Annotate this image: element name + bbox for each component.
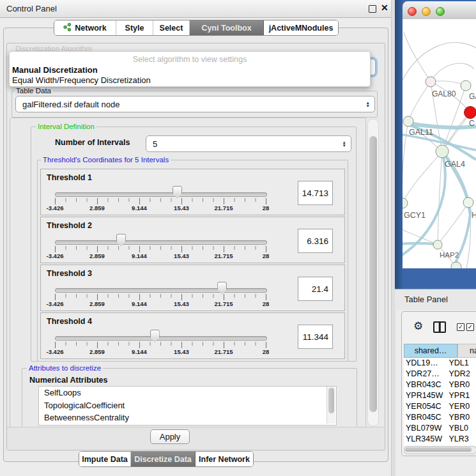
table-row[interactable]: YBR043CYBR0 bbox=[404, 380, 476, 390]
number-of-intervals-combobox[interactable]: 5 ▲▼ bbox=[146, 135, 351, 152]
network-edge-thick[interactable] bbox=[408, 123, 476, 128]
tab-impute-data[interactable]: Impute Data bbox=[79, 452, 131, 466]
threshold-3-slider-track[interactable] bbox=[55, 288, 267, 293]
cell-shared-name[interactable]: YBL079W bbox=[404, 423, 445, 434]
network-node-label: HAP2 bbox=[440, 251, 459, 259]
network-edge[interactable] bbox=[403, 151, 442, 203]
network-node-gal4[interactable] bbox=[436, 145, 449, 158]
columns-icon[interactable] bbox=[433, 321, 446, 333]
network-node-c[interactable] bbox=[464, 107, 476, 119]
table-row[interactable]: YPR145WYPR1 bbox=[404, 390, 476, 401]
cell-shared-name[interactable]: YBR045C bbox=[404, 412, 445, 423]
cell-shared-name[interactable]: YBR043C bbox=[404, 380, 445, 390]
tab-discretize-data[interactable]: Discretize Data bbox=[131, 452, 196, 466]
cell-name[interactable]: YBR0 bbox=[445, 380, 476, 390]
cell-shared-name[interactable]: YPR145W bbox=[404, 390, 445, 401]
minimize-traffic-light-icon[interactable] bbox=[422, 7, 431, 16]
cell-name[interactable]: YPR1 bbox=[445, 390, 476, 401]
threshold-3-panel: Threshold 3 21.4 -3.4262.8599.14415.4321… bbox=[40, 265, 345, 311]
network-node-h[interactable] bbox=[463, 197, 473, 208]
attribute-list-item[interactable]: SelfLoops bbox=[39, 387, 336, 399]
slider-scale-label: 15.43 bbox=[174, 204, 189, 211]
network-node-gcy1[interactable] bbox=[403, 198, 408, 208]
network-node-gal80[interactable] bbox=[426, 77, 436, 87]
network-node-hap2[interactable] bbox=[433, 240, 442, 249]
threshold-4-label: Threshold 4 bbox=[47, 317, 92, 326]
network-edge[interactable] bbox=[408, 82, 431, 121]
dropdown-option-equal-width-frequency[interactable]: Equal Width/Frequency Discretization bbox=[12, 75, 151, 85]
tick-marks bbox=[55, 342, 266, 348]
cell-shared-name[interactable]: YDL19… bbox=[404, 358, 445, 369]
table-row[interactable]: YBR045CYBR0 bbox=[404, 412, 476, 423]
slider-scale-label: 21.715 bbox=[214, 300, 233, 307]
cell-shared-name[interactable]: YER054C bbox=[404, 401, 445, 412]
settings-scrollbar-thumb[interactable] bbox=[369, 136, 377, 412]
numerical-attributes-list[interactable]: SelfLoopsTopologicalCoefficientBetweenne… bbox=[38, 386, 337, 426]
checkbox-icon[interactable]: ✓ bbox=[457, 323, 464, 331]
table-panel-title: Table Panel bbox=[404, 295, 448, 304]
gear-icon[interactable]: ⚙ bbox=[413, 319, 423, 333]
threshold-2-slider-track[interactable] bbox=[55, 240, 267, 245]
node-table[interactable]: YDL19…YDL1YDR27…YDR2YBR043CYBR0YPR145WYP… bbox=[404, 358, 476, 446]
table-data-combobox[interactable]: galFiltered.sif default node ▲▼ bbox=[15, 96, 375, 112]
network-window-titlebar[interactable] bbox=[403, 1, 476, 20]
number-of-intervals-label: Number of Intervals bbox=[55, 138, 130, 147]
zoom-traffic-light-icon[interactable] bbox=[436, 7, 445, 16]
slider-scale-label: -3.426 bbox=[47, 300, 64, 307]
table-row[interactable]: YER054CYER0 bbox=[404, 401, 476, 412]
float-window-icon[interactable] bbox=[369, 5, 376, 13]
network-canvas[interactable]: GAL80GACGAL11GAL4GCY1HHAP2 bbox=[403, 19, 476, 268]
tab-infer-network[interactable]: Infer Network bbox=[196, 452, 253, 466]
network-edge[interactable] bbox=[431, 63, 474, 82]
table-row[interactable]: YBL079WYBL0 bbox=[404, 423, 476, 434]
network-edge[interactable] bbox=[403, 43, 476, 80]
dropdown-option-manual-discretization[interactable]: Manual Discretization bbox=[12, 65, 98, 75]
threshold-2-value-field[interactable]: 6.316 bbox=[298, 229, 333, 253]
table-header-shared-name[interactable]: shared… bbox=[404, 344, 457, 358]
attribute-list-item[interactable]: BetweennessCentrality bbox=[39, 411, 336, 424]
table-row[interactable]: YDR27…YDR2 bbox=[404, 369, 476, 380]
cell-name[interactable]: YBL0 bbox=[445, 423, 476, 434]
network-edge[interactable] bbox=[404, 32, 431, 82]
tick-marks bbox=[55, 198, 266, 204]
slider-scale-label: 2.859 bbox=[89, 300, 105, 307]
table-hscrollbar[interactable] bbox=[404, 446, 476, 454]
apply-button[interactable]: Apply bbox=[150, 429, 190, 444]
tab-cyni-toolbox[interactable]: Cyni Toolbox bbox=[190, 20, 264, 35]
checkbox-icon[interactable]: ✓ bbox=[466, 323, 474, 331]
apply-strip bbox=[7, 427, 384, 450]
network-edge[interactable] bbox=[438, 203, 468, 245]
network-edge-thick[interactable] bbox=[403, 243, 438, 245]
threshold-1-slider-track[interactable] bbox=[55, 192, 267, 197]
tab-network[interactable]: Network bbox=[54, 20, 116, 35]
close-traffic-light-icon[interactable] bbox=[408, 7, 417, 16]
cell-name[interactable]: YBR0 bbox=[445, 412, 476, 423]
attributes-scrollbar-thumb[interactable] bbox=[328, 388, 334, 413]
network-node-ga[interactable] bbox=[461, 81, 471, 91]
threshold-4-slider-track[interactable] bbox=[55, 336, 267, 341]
network-node-gal11[interactable] bbox=[403, 116, 413, 127]
tab-style[interactable]: Style bbox=[116, 20, 153, 35]
close-icon[interactable]: ✕ bbox=[381, 3, 388, 13]
slider-scale-label: 21.715 bbox=[214, 204, 233, 211]
attribute-list-item[interactable]: TopologicalCoefficient bbox=[39, 399, 336, 412]
table-row[interactable]: YLR345WYLR3 bbox=[404, 434, 476, 445]
cell-name[interactable]: YDR2 bbox=[445, 369, 476, 380]
network-node-label: C bbox=[469, 119, 475, 128]
cell-shared-name[interactable]: YDR27… bbox=[404, 369, 445, 380]
threshold-3-value-field[interactable]: 21.4 bbox=[298, 277, 333, 301]
cell-name[interactable]: YDL1 bbox=[445, 358, 476, 369]
tab-select[interactable]: Select bbox=[153, 20, 190, 35]
settings-scrollbar[interactable] bbox=[367, 119, 379, 426]
threshold-1-value-field[interactable]: 14.713 bbox=[298, 181, 333, 205]
table-header-name[interactable]: na bbox=[457, 344, 476, 358]
table-hscrollbar-thumb[interactable] bbox=[405, 447, 472, 452]
cell-name[interactable]: YER0 bbox=[445, 401, 476, 412]
attributes-scrollbar[interactable] bbox=[326, 387, 335, 424]
cell-name[interactable]: YLR3 bbox=[445, 434, 476, 445]
tab-jactivemnodules[interactable]: jActiveMNodules bbox=[264, 20, 338, 35]
table-row[interactable]: YDL19…YDL1 bbox=[404, 358, 476, 369]
cell-shared-name[interactable]: YLR345W bbox=[404, 434, 445, 445]
number-of-intervals-value: 5 bbox=[146, 139, 338, 149]
threshold-4-value-field[interactable]: 11.344 bbox=[298, 325, 333, 349]
